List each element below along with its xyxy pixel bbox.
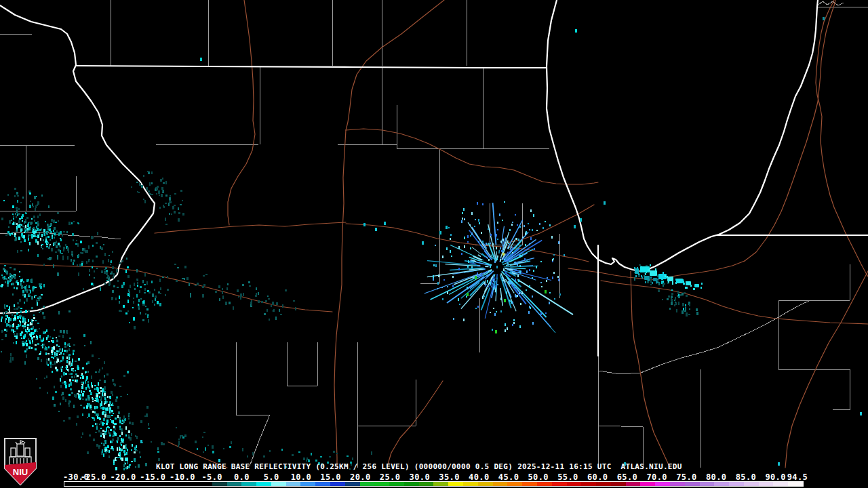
scale-label: 60.0 — [587, 472, 608, 482]
scale-label: 90.0 — [765, 472, 786, 482]
niu-shield: NIU — [2, 436, 39, 487]
scale-label: 15.0 — [320, 472, 341, 482]
scale-label: 10.0 — [291, 472, 312, 482]
product-credit: ATLAS.NIU.EDU — [621, 462, 682, 471]
scale-label: 65.0 — [617, 472, 638, 482]
scale-label: -25.0 — [81, 472, 106, 482]
reflectivity-scale-labels: -30.0-25.0-20.0-15.0-10.0-5.00.05.010.01… — [0, 472, 868, 481]
scale-label: 35.0 — [439, 472, 460, 482]
product-title: KLOT LONG RANGE BASE REFLECTIVITY (0.25K… — [156, 462, 513, 471]
scale-label: 70.0 — [646, 472, 667, 482]
scale-label: -15.0 — [140, 472, 165, 482]
scale-label: 5.0 — [264, 472, 279, 482]
scale-label: 40.0 — [469, 472, 490, 482]
reflectivity-colorbar — [64, 481, 804, 487]
scale-label: 55.0 — [557, 472, 578, 482]
scale-label: -10.0 — [170, 472, 195, 482]
scale-label: 20.0 — [350, 472, 371, 482]
product-timestamp: 2025-12-11 16:15 UTC — [517, 462, 611, 471]
scale-label: 30.0 — [410, 472, 431, 482]
scale-label: 80.0 — [706, 472, 727, 482]
scale-label: 85.0 — [736, 472, 757, 482]
scale-label: -20.0 — [110, 472, 136, 482]
niu-logo: NIU — [2, 436, 39, 487]
radar-display: KLOT LONG RANGE BASE REFLECTIVITY (0.25K… — [0, 0, 868, 488]
scale-label: 50.0 — [528, 472, 549, 482]
scale-label: 45.0 — [498, 472, 519, 482]
product-title-bar: KLOT LONG RANGE BASE REFLECTIVITY (0.25K… — [156, 462, 682, 471]
scale-label: 94.5 — [787, 472, 808, 482]
scale-label: 0.0 — [234, 472, 250, 482]
niu-wordmark: NIU — [13, 467, 28, 477]
scale-label: 25.0 — [380, 472, 401, 482]
scale-label: -5.0 — [201, 472, 222, 482]
scale-label: 75.0 — [676, 472, 697, 482]
radar-map — [0, 0, 868, 488]
